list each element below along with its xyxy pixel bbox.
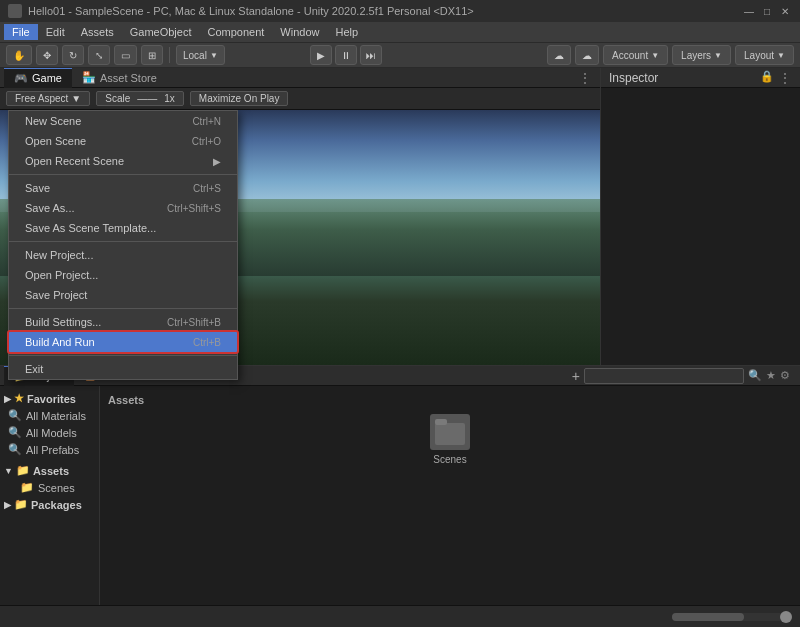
save-as-label: Save As... <box>25 202 75 214</box>
title-bar-controls[interactable]: — □ ✕ <box>742 4 792 18</box>
new-project-label: New Project... <box>25 249 93 261</box>
aspect-label: Free Aspect <box>15 93 68 104</box>
main-toolbar: ✋ ✥ ↻ ⤡ ▭ ⊞ Local ▼ ▶ ⏸ ⏭ ☁ ☁ Account ▼ … <box>0 42 800 68</box>
menu-new-project[interactable]: New Project... <box>9 245 237 265</box>
menu-save-as[interactable]: Save As... Ctrl+Shift+S <box>9 198 237 218</box>
menu-exit[interactable]: Exit <box>9 359 237 379</box>
open-scene-label: Open Scene <box>25 135 86 147</box>
playmode-controls: ▶ ⏸ ⏭ <box>310 45 382 65</box>
rect-tool-btn[interactable]: ▭ <box>114 45 137 65</box>
save-label: Save <box>25 182 50 194</box>
inspector-content <box>601 88 800 104</box>
all-materials-item[interactable]: 🔍 All Materials <box>0 407 99 424</box>
assets-content-header: Assets <box>108 394 792 406</box>
inspector-menu-icon[interactable]: ⋮ <box>778 70 792 86</box>
menu-open-scene[interactable]: Open Scene Ctrl+O <box>9 131 237 151</box>
unity-icon <box>8 4 22 18</box>
menu-edit[interactable]: Edit <box>38 24 73 40</box>
favorites-star-icon[interactable]: ★ <box>766 369 776 382</box>
all-models-item[interactable]: 🔍 All Models <box>0 424 99 441</box>
menu-open-recent-scene[interactable]: Open Recent Scene ▶ <box>9 151 237 171</box>
play-button[interactable]: ▶ <box>310 45 332 65</box>
scenes-folder-graphic <box>430 414 470 450</box>
scale-tool-btn[interactable]: ⤡ <box>88 45 110 65</box>
menu-open-project[interactable]: Open Project... <box>9 265 237 285</box>
game-view-tabs: 🎮 Game 🏪 Asset Store ⋮ <box>0 68 600 88</box>
minimize-button[interactable]: — <box>742 4 756 18</box>
project-menu-icon[interactable]: ⚙ <box>780 369 790 382</box>
inspector-title: Inspector <box>609 71 658 85</box>
assets-section[interactable]: ▼ 📁 Assets <box>0 462 99 479</box>
services-btn[interactable]: ☁ <box>575 45 599 65</box>
assets-arrow: ▼ <box>4 466 13 476</box>
menu-file[interactable]: File <box>4 24 38 40</box>
hand-tool-btn[interactable]: ✋ <box>6 45 32 65</box>
maximize-on-play-btn[interactable]: Maximize On Play <box>190 91 289 106</box>
menu-gameobject[interactable]: GameObject <box>122 24 200 40</box>
account-button[interactable]: Account ▼ <box>603 45 668 65</box>
menu-save-project[interactable]: Save Project <box>9 285 237 305</box>
menu-build-and-run[interactable]: Build And Run Ctrl+B <box>9 332 237 352</box>
layers-button[interactable]: Layers ▼ <box>672 45 731 65</box>
menu-build-settings[interactable]: Build Settings... Ctrl+Shift+B <box>9 312 237 332</box>
menu-save-scene-template[interactable]: Save As Scene Template... <box>9 218 237 238</box>
packages-label: Packages <box>31 499 82 511</box>
search-mat-icon: 🔍 <box>8 409 22 422</box>
game-icon: 🎮 <box>14 72 28 85</box>
game-tab-label: Game <box>32 72 62 84</box>
assets-content-area: Assets Scenes <box>100 386 800 605</box>
scenes-folder-label: Scenes <box>433 454 466 465</box>
scenes-folder-icon: 📁 <box>20 481 34 494</box>
layout-label: Layout <box>744 50 774 61</box>
menu-save[interactable]: Save Ctrl+S <box>9 178 237 198</box>
search-prefab-icon: 🔍 <box>8 443 22 456</box>
move-tool-btn[interactable]: ✥ <box>36 45 58 65</box>
favorites-arrow: ▶ <box>4 394 11 404</box>
collab-btn[interactable]: ☁ <box>547 45 571 65</box>
separator-1 <box>9 174 237 175</box>
packages-section[interactable]: ▶ 📁 Packages <box>0 496 99 513</box>
exit-label: Exit <box>25 363 43 375</box>
tab-game[interactable]: 🎮 Game <box>4 68 72 88</box>
favorites-section[interactable]: ▶ ★ Favorites <box>0 390 99 407</box>
favorites-star-label: ★ <box>14 392 24 405</box>
scenes-folder-item[interactable]: Scenes <box>108 414 792 465</box>
file-dropdown-menu: New Scene Ctrl+N Open Scene Ctrl+O Open … <box>8 110 238 380</box>
project-add-btn[interactable]: + <box>572 368 580 384</box>
packages-arrow: ▶ <box>4 500 11 510</box>
scenes-sidebar-item[interactable]: 📁 Scenes <box>0 479 99 496</box>
menu-assets[interactable]: Assets <box>73 24 122 40</box>
window-title: Hello01 - SampleScene - PC, Mac & Linux … <box>28 5 474 17</box>
menu-window[interactable]: Window <box>272 24 327 40</box>
assets-section-label: Assets <box>33 465 69 477</box>
scale-control[interactable]: Scale —— 1x <box>96 91 184 106</box>
open-recent-arrow: ▶ <box>213 156 221 167</box>
search-model-icon: 🔍 <box>8 426 22 439</box>
rotate-tool-btn[interactable]: ↻ <box>62 45 84 65</box>
search-icon: 🔍 <box>748 369 762 382</box>
local-toggle-btn[interactable]: Local ▼ <box>176 45 225 65</box>
title-bar-left: Hello01 - SampleScene - PC, Mac & Linux … <box>8 4 474 18</box>
scrollbar-thumb[interactable] <box>780 611 792 623</box>
inspector-lock-icon[interactable]: 🔒 <box>760 70 774 86</box>
layers-label: Layers <box>681 50 711 61</box>
svg-rect-1 <box>435 419 447 425</box>
account-label: Account <box>612 50 648 61</box>
menu-help[interactable]: Help <box>327 24 366 40</box>
layout-button[interactable]: Layout ▼ <box>735 45 794 65</box>
toolbar-right: ☁ ☁ Account ▼ Layers ▼ Layout ▼ <box>547 45 794 65</box>
open-recent-label: Open Recent Scene <box>25 155 124 167</box>
project-search-input[interactable] <box>584 368 744 384</box>
aspect-dropdown[interactable]: Free Aspect ▼ <box>6 91 90 106</box>
close-button[interactable]: ✕ <box>778 4 792 18</box>
all-prefabs-item[interactable]: 🔍 All Prefabs <box>0 441 99 458</box>
menu-component[interactable]: Component <box>199 24 272 40</box>
tab-asset-store[interactable]: 🏪 Asset Store <box>72 68 167 88</box>
step-button[interactable]: ⏭ <box>360 45 382 65</box>
maximize-button[interactable]: □ <box>760 4 774 18</box>
menu-new-scene[interactable]: New Scene Ctrl+N <box>9 111 237 131</box>
transform-tool-btn[interactable]: ⊞ <box>141 45 163 65</box>
game-panel-menu-icon[interactable]: ⋮ <box>578 70 592 86</box>
local-label: Local <box>183 50 207 61</box>
pause-button[interactable]: ⏸ <box>335 45 357 65</box>
